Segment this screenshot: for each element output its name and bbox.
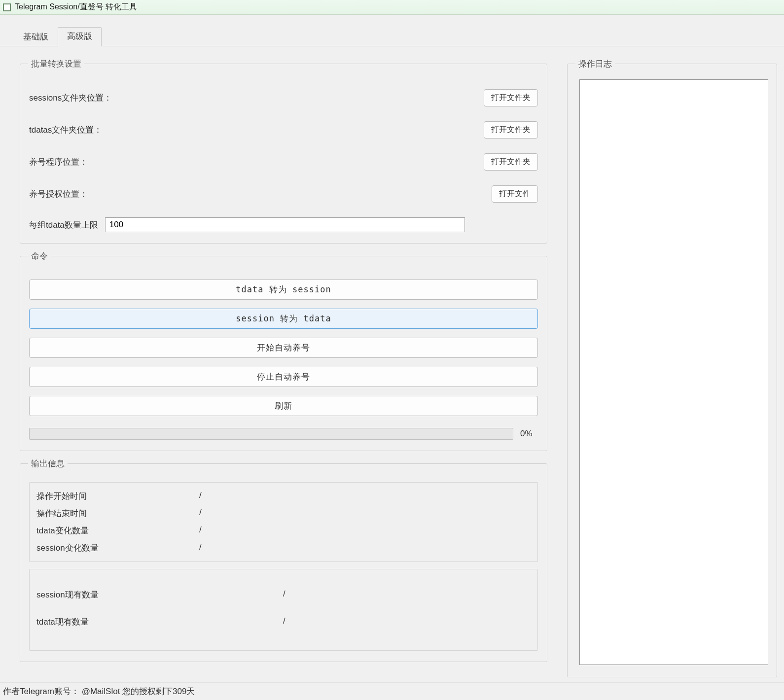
log-textarea[interactable] bbox=[579, 79, 768, 665]
row-tdata-limit: 每组tdata数量上限 bbox=[29, 217, 538, 232]
out-session-count: session现有数量 / bbox=[36, 581, 531, 608]
row-auth-file: 养号授权位置： 打开文件 bbox=[29, 185, 538, 203]
log-group: 操作日志 bbox=[567, 58, 777, 677]
end-time-value: / bbox=[199, 508, 202, 519]
start-time-label: 操作开始时间 bbox=[36, 490, 199, 502]
refresh-button[interactable]: 刷新 bbox=[29, 396, 538, 416]
progress-bar bbox=[29, 428, 513, 440]
out-session-delta: session变化数量 / bbox=[36, 539, 531, 557]
tdata-count-label: tdata现有数量 bbox=[36, 616, 283, 628]
output-legend: 输出信息 bbox=[28, 458, 68, 469]
session-delta-label: session变化数量 bbox=[36, 542, 199, 554]
session-count-label: session现有数量 bbox=[36, 589, 283, 600]
right-column: 操作日志 bbox=[567, 58, 777, 677]
start-farm-button[interactable]: 开始自动养号 bbox=[29, 338, 538, 358]
out-start-time: 操作开始时间 / bbox=[36, 488, 531, 505]
tdata-limit-label: 每组tdata数量上限 bbox=[29, 219, 98, 231]
open-farmer-folder-button[interactable]: 打开文件夹 bbox=[484, 153, 538, 171]
open-sessions-folder-button[interactable]: 打开文件夹 bbox=[484, 89, 538, 106]
output-group: 输出信息 操作开始时间 / 操作结束时间 / tdata变化数量 / bbox=[20, 458, 547, 662]
open-tdatas-folder-button[interactable]: 打开文件夹 bbox=[484, 121, 538, 139]
tdata-delta-value: / bbox=[199, 525, 202, 536]
session-delta-value: / bbox=[199, 542, 202, 554]
out-end-time: 操作结束时间 / bbox=[36, 505, 531, 522]
session-to-tdata-button[interactable]: session 转为 tdata bbox=[29, 309, 538, 329]
end-time-label: 操作结束时间 bbox=[36, 508, 199, 519]
session-count-value: / bbox=[283, 589, 285, 600]
stop-farm-button[interactable]: 停止自动养号 bbox=[29, 367, 538, 387]
out-tdata-count: tdata现有数量 / bbox=[36, 608, 531, 635]
output-block-1: 操作开始时间 / 操作结束时间 / tdata变化数量 / session变化数… bbox=[29, 482, 538, 562]
tdata-count-value: / bbox=[283, 616, 285, 628]
auth-file-label: 养号授权位置： bbox=[29, 188, 88, 200]
app-icon bbox=[3, 3, 11, 11]
log-legend: 操作日志 bbox=[575, 58, 615, 70]
status-text: 作者Telegram账号： @MailSlot 您的授权剩下309天 bbox=[3, 686, 195, 697]
row-tdatas-folder: tdatas文件夹位置： 打开文件夹 bbox=[29, 121, 538, 139]
title-bar: Telegram Session/直登号 转化工具 bbox=[0, 0, 784, 15]
window-title: Telegram Session/直登号 转化工具 bbox=[15, 2, 137, 12]
open-auth-file-button[interactable]: 打开文件 bbox=[492, 185, 538, 203]
output-block-2: session现有数量 / tdata现有数量 / bbox=[29, 569, 538, 651]
farmer-folder-label: 养号程序位置： bbox=[29, 156, 88, 168]
tab-basic[interactable]: 基础版 bbox=[14, 28, 58, 46]
tdata-delta-label: tdata变化数量 bbox=[36, 525, 199, 536]
out-tdata-delta: tdata变化数量 / bbox=[36, 522, 531, 539]
tab-strip: 基础版 高级版 bbox=[0, 27, 784, 46]
row-sessions-folder: sessions文件夹位置： 打开文件夹 bbox=[29, 89, 538, 106]
status-bar: 作者Telegram账号： @MailSlot 您的授权剩下309天 bbox=[0, 682, 784, 700]
tdata-to-session-button[interactable]: tdata 转为 session bbox=[29, 280, 538, 300]
sessions-folder-label: sessions文件夹位置： bbox=[29, 92, 112, 104]
progress-row: 0% bbox=[29, 428, 538, 440]
tab-advanced[interactable]: 高级版 bbox=[58, 27, 102, 46]
commands-group: 命令 tdata 转为 session session 转为 tdata 开始自… bbox=[20, 250, 547, 451]
start-time-value: / bbox=[199, 490, 202, 502]
commands-legend: 命令 bbox=[28, 250, 51, 262]
left-column: 批量转换设置 sessions文件夹位置： 打开文件夹 tdatas文件夹位置：… bbox=[20, 58, 547, 677]
batch-settings-legend: 批量转换设置 bbox=[28, 58, 84, 70]
progress-percent: 0% bbox=[520, 429, 538, 439]
batch-settings-group: 批量转换设置 sessions文件夹位置： 打开文件夹 tdatas文件夹位置：… bbox=[20, 58, 547, 244]
tab-body: 批量转换设置 sessions文件夹位置： 打开文件夹 tdatas文件夹位置：… bbox=[0, 46, 784, 682]
tdatas-folder-label: tdatas文件夹位置： bbox=[29, 124, 102, 136]
row-farmer-folder: 养号程序位置： 打开文件夹 bbox=[29, 153, 538, 171]
tdata-limit-input[interactable] bbox=[105, 217, 465, 232]
client-area: 基础版 高级版 批量转换设置 sessions文件夹位置： 打开文件夹 tdat… bbox=[0, 15, 784, 682]
